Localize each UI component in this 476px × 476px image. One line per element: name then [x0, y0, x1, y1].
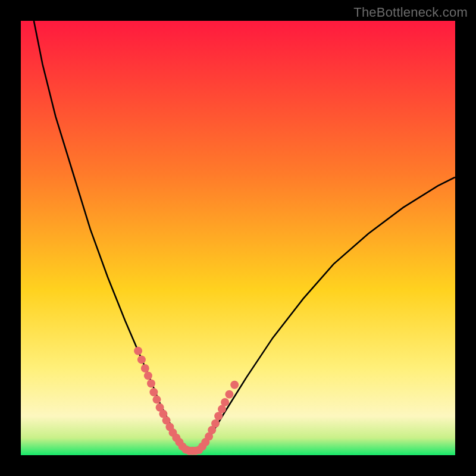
marker-dot — [144, 371, 152, 380]
marker-dot — [211, 419, 220, 428]
marker-dot — [225, 390, 233, 399]
marker-dot — [221, 398, 229, 406]
bottleneck-chart — [21, 21, 455, 455]
marker-dot — [134, 347, 142, 355]
marker-dot — [149, 388, 158, 396]
chart-svg — [21, 21, 455, 455]
marker-dot — [137, 355, 146, 364]
marker-dot — [141, 364, 149, 372]
watermark-text: TheBottleneck.com — [353, 5, 468, 20]
marker-dot — [147, 380, 155, 388]
marker-dot — [153, 396, 161, 404]
marker-dot — [230, 381, 239, 389]
